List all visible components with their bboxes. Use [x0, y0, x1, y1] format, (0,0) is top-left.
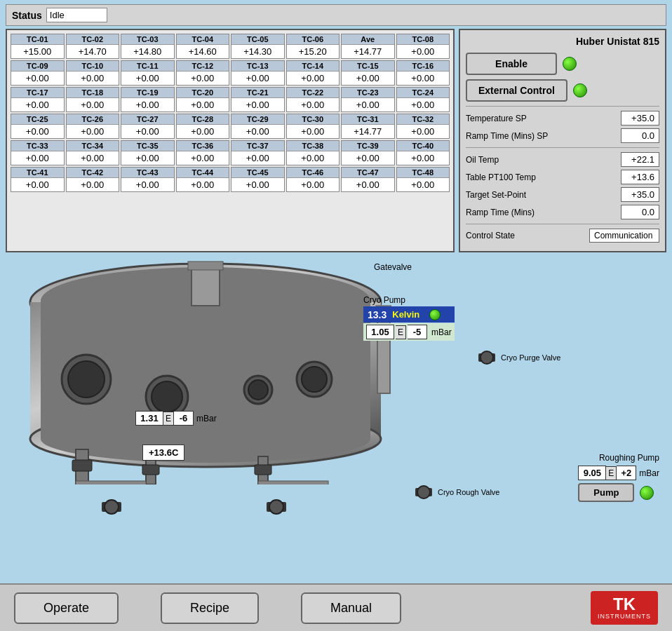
tc-value: +0.00 — [11, 151, 64, 165]
tc-value: +0.00 — [342, 151, 394, 165]
tc-value: +0.00 — [121, 178, 174, 191]
svg-point-31 — [269, 500, 283, 514]
tc-label: TC-14 — [287, 61, 340, 72]
tc-value: +14.30 — [231, 45, 284, 58]
tc-label: TC-31 — [342, 114, 394, 125]
tc-label: TC-21 — [231, 88, 284, 98]
tc-value: +0.00 — [397, 178, 450, 191]
tc-label: TC-38 — [287, 141, 340, 151]
tc-value: +0.00 — [397, 151, 450, 165]
tc-label: TC-25 — [11, 114, 64, 125]
temp-sp-row: Temperature SP +35.0 — [466, 111, 659, 125]
tc-row: TC-25+0.00TC-26+0.00TC-27+0.00TC-28+0.00… — [10, 113, 450, 140]
tc-value: +0.00 — [121, 98, 174, 111]
tc-cell: TC-48+0.00 — [396, 167, 450, 192]
temp-sp-value: +35.0 — [621, 111, 659, 125]
ch-vent-area: Ch. Vent Valve — [86, 495, 137, 523]
tc-cell: TC-33+0.00 — [11, 140, 65, 165]
main-area: TC-01+15.00TC-02+14.70TC-03+14.80TC-04+1… — [0, 29, 672, 252]
tc-value: +0.00 — [177, 151, 229, 165]
tc-label: TC-17 — [11, 88, 64, 98]
tc-label: TC-20 — [177, 88, 229, 98]
svg-rect-20 — [142, 465, 159, 475]
tc-cell: TC-18+0.00 — [66, 87, 120, 112]
bottom-bar: Operate Recipe Manual TK INSTRUMENTS — [0, 583, 672, 631]
oil-temp-row: Oil Temp +22.1 — [466, 152, 659, 167]
tc-value: +0.00 — [231, 125, 284, 138]
tc-value: +0.00 — [397, 72, 450, 85]
svg-point-13 — [302, 367, 327, 392]
tc-cell: TC-29+0.00 — [231, 114, 285, 139]
tc-value: +0.00 — [67, 72, 119, 85]
ramp-time-value: 0.0 — [621, 205, 659, 219]
tc-value: +0.00 — [287, 72, 340, 85]
tc-cell: TC-40+0.00 — [396, 140, 450, 165]
pump-button[interactable]: Pump — [578, 483, 634, 502]
tc-cell: TC-47+0.00 — [341, 167, 395, 192]
cryo-rough-label: Cryo Rough Valve — [438, 488, 499, 496]
tc-cell: TC-46+0.00 — [286, 167, 340, 192]
tc-cell: TC-30+0.00 — [286, 114, 340, 139]
tk-instruments-text: INSTRUMENTS — [598, 613, 651, 620]
enable-row: Enable — [466, 53, 659, 75]
recipe-button[interactable]: Recipe — [161, 592, 259, 624]
tc-cell: TC-04+14.60 — [176, 34, 230, 59]
roughing-pump-panel: Roughing Pump 9.05 E +2 mBar Pump — [578, 453, 659, 502]
tc-label: TC-18 — [67, 88, 119, 98]
tc-value: +0.00 — [177, 72, 229, 85]
tc-value: +0.00 — [287, 125, 340, 138]
control-state-label: Control State — [466, 231, 585, 240]
tc-row: TC-41+0.00TC-42+0.00TC-43+0.00TC-44+0.00… — [10, 166, 450, 193]
external-control-row: External Control — [466, 79, 659, 102]
tc-label: TC-13 — [231, 61, 284, 72]
tc-cell: TC-20+0.00 — [176, 87, 230, 112]
tc-value: +0.00 — [121, 72, 174, 85]
tc-label: TC-10 — [67, 61, 119, 72]
cryo-led — [429, 309, 441, 320]
oil-temp-value: +22.1 — [621, 152, 659, 167]
ramp-sp-value: 0.0 — [621, 128, 659, 143]
tc-cell: TC-35+0.00 — [121, 140, 175, 165]
tc-cell: TC-16+0.00 — [396, 60, 450, 86]
tk-logo-text: TK — [613, 595, 636, 613]
tc-label: TC-27 — [121, 114, 174, 125]
tc-value: +14.77 — [342, 125, 394, 138]
cryo-purge-label: Cryo Purge Valve — [501, 353, 560, 362]
manual-button[interactable]: Manual — [301, 592, 401, 624]
pump-led — [640, 486, 654, 500]
tc-label: TC-32 — [397, 114, 450, 125]
target-sp-value: +35.0 — [621, 187, 659, 202]
tc-cell: TC-01+15.00 — [11, 34, 65, 59]
tc-value: +0.00 — [11, 125, 64, 138]
pump-btn-row: Pump — [578, 483, 659, 502]
tc-label: TC-48 — [397, 168, 450, 178]
ramp-time-label: Ramp Time (Mins) — [466, 208, 617, 217]
tc-cell: TC-39+0.00 — [341, 140, 395, 165]
table-pt100-label: Table PT100 Temp — [466, 172, 617, 182]
tc-value: +0.00 — [397, 45, 450, 58]
external-control-button[interactable]: External Control — [466, 79, 567, 102]
tc-value: +14.60 — [177, 45, 229, 58]
tc-label: TC-04 — [177, 34, 229, 45]
tc-label: TC-43 — [121, 168, 174, 178]
tc-cell: TC-21+0.00 — [231, 87, 285, 112]
enable-button[interactable]: Enable — [466, 53, 557, 75]
operate-button[interactable]: Operate — [14, 592, 119, 624]
roughing-pump-title: Roughing Pump — [578, 453, 659, 463]
tc-cell: TC-11+0.00 — [121, 60, 175, 86]
tc-cell: TC-42+0.00 — [66, 167, 120, 192]
cryo-rough-valve-icon — [412, 481, 435, 503]
tc-cell: TC-15+0.00 — [341, 60, 395, 86]
tc-label: TC-42 — [67, 168, 119, 178]
control-state-value: Communication — [589, 229, 659, 243]
status-value: Idle — [46, 8, 107, 22]
tc-label: TC-44 — [177, 168, 229, 178]
cryo-pressure-unit: mBar — [431, 327, 452, 337]
tc-cell: TC-17+0.00 — [11, 87, 65, 112]
svg-point-9 — [152, 381, 182, 412]
tc-cell: TC-32+0.00 — [396, 114, 450, 139]
tc-value: +0.00 — [231, 72, 284, 85]
tc-label: TC-26 — [67, 114, 119, 125]
tc-label: TC-39 — [342, 141, 394, 151]
tc-cell: TC-10+0.00 — [66, 60, 120, 86]
